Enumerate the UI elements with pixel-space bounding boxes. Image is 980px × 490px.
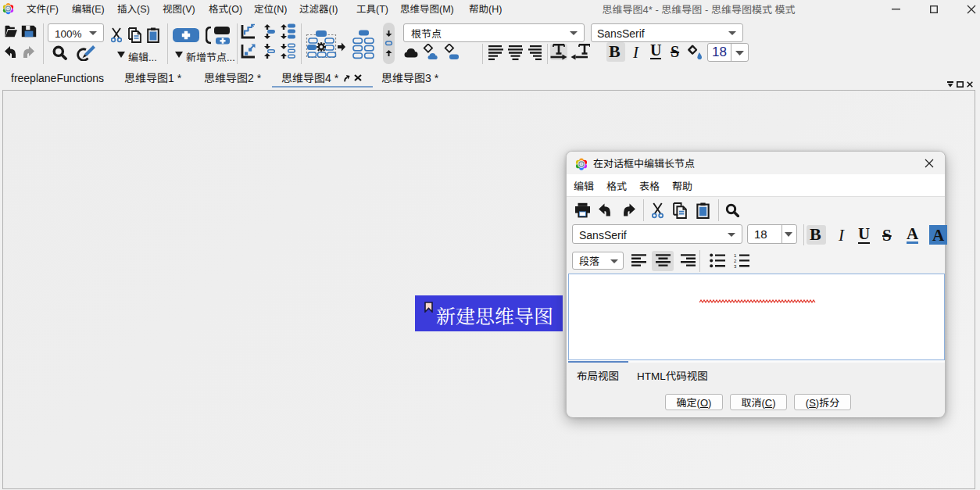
- svg-text:2: 2: [734, 259, 737, 263]
- svg-text:3: 3: [734, 264, 737, 268]
- svg-text:1: 1: [734, 253, 737, 258]
